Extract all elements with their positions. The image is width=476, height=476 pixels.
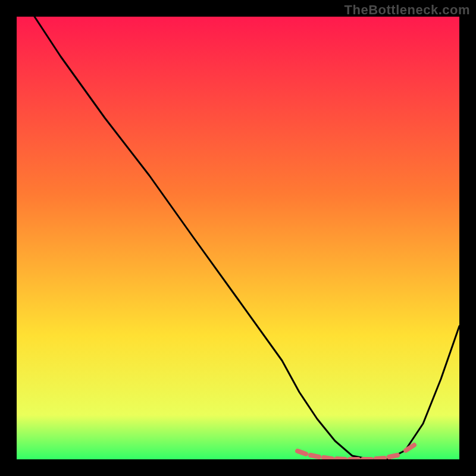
dash-segment	[298, 451, 306, 454]
plot-area	[17, 17, 459, 459]
dash-segment	[337, 459, 345, 459]
plot-svg	[17, 17, 459, 459]
dash-segment	[311, 455, 319, 457]
watermark-text: TheBottleneck.com	[345, 2, 470, 18]
chart-frame: TheBottleneck.com	[0, 0, 476, 476]
dash-segment	[324, 458, 332, 459]
gradient-background	[17, 17, 459, 459]
dash-segment	[389, 455, 397, 457]
dash-segment	[376, 458, 384, 459]
